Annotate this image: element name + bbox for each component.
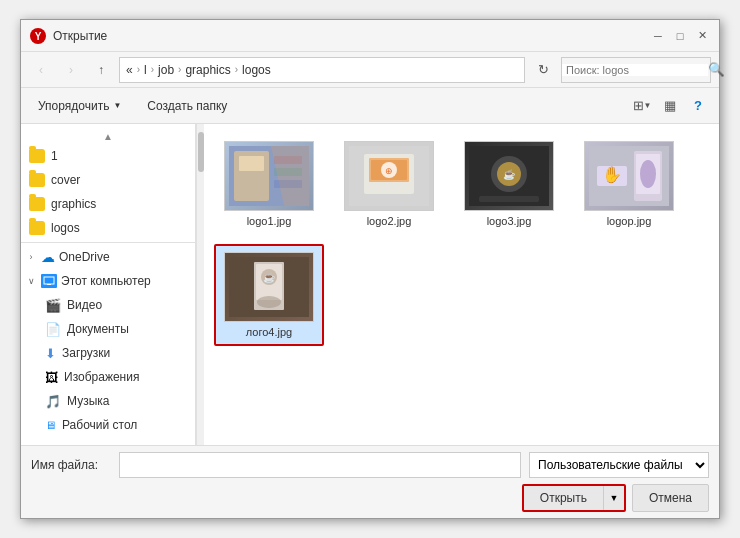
sidebar-item-desktop[interactable]: 🖥 Рабочий стол	[21, 413, 195, 437]
svg-point-25	[640, 160, 656, 188]
up-button[interactable]: ↑	[89, 58, 113, 82]
dialog-window: Y Открытие ─ □ ✕ ‹ › ↑ « › l › job › gra…	[20, 19, 720, 519]
view-dropdown-icon: ▼	[644, 101, 652, 110]
svg-rect-2	[44, 277, 54, 284]
file-item-logop[interactable]: ✋ logop.jpg	[574, 134, 684, 234]
sidebar-item-logos[interactable]: logos	[21, 216, 195, 240]
sidebar-item-downloads[interactable]: ⬇ Загрузки	[21, 341, 195, 365]
folder-icon	[29, 173, 45, 187]
sidebar-item-1[interactable]: 1	[21, 144, 195, 168]
view-buttons: ⊞ ▼ ▦ ?	[629, 93, 711, 119]
forward-button[interactable]: ›	[59, 58, 83, 82]
file-name-logo4: лого4.jpg	[246, 326, 292, 338]
folder-icon	[29, 221, 45, 235]
sidebar-item-this-pc[interactable]: ∨ Этот компьютер	[21, 269, 195, 293]
organize-dropdown-icon: ▼	[113, 101, 121, 110]
file-item-logo4[interactable]: ☕ лого4.jpg	[214, 244, 324, 346]
back-button[interactable]: ‹	[29, 58, 53, 82]
file-item-logo2[interactable]: ⊕ logo2.jpg	[334, 134, 444, 234]
filetype-select[interactable]: Пользовательские файлы	[529, 452, 709, 478]
sidebar-item-onedrive[interactable]: › ☁ OneDrive	[21, 245, 195, 269]
divider	[21, 242, 195, 243]
breadcrumb-job[interactable]: job	[158, 63, 174, 77]
sidebar-item-graphics[interactable]: graphics	[21, 192, 195, 216]
thumb-logo1	[225, 142, 313, 210]
sidebar-item-music[interactable]: 🎵 Музыка	[21, 389, 195, 413]
actions-row: Открыть ▼ Отмена	[31, 484, 709, 512]
svg-rect-21	[479, 196, 539, 202]
svg-text:☕: ☕	[263, 271, 276, 284]
sidebar-item-cover[interactable]: cover	[21, 168, 195, 192]
svg-text:⊕: ⊕	[385, 166, 393, 176]
action-bar: Упорядочить ▼ Создать папку ⊞ ▼ ▦ ?	[21, 88, 719, 124]
open-button[interactable]: Открыть	[524, 486, 604, 510]
main-content: ▲ 1 cover graphics logos › ☁	[21, 124, 719, 445]
video-icon: 🎬	[45, 298, 61, 313]
thumb-logop: ✋	[585, 142, 673, 210]
open-button-group: Открыть ▼	[522, 484, 626, 512]
file-thumbnail-logo1	[224, 141, 314, 211]
sidebar-item-docs[interactable]: 📄 Документы	[21, 317, 195, 341]
svg-text:✋: ✋	[602, 165, 622, 184]
scroll-up[interactable]: ▲	[21, 128, 195, 144]
file-item-logo1[interactable]: logo1.jpg	[214, 134, 324, 234]
search-box: 🔍	[561, 57, 711, 83]
music-icon: 🎵	[45, 394, 61, 409]
folder-icon	[29, 149, 45, 163]
expand-icon: ∨	[25, 275, 37, 287]
file-thumbnail-logo2: ⊕	[344, 141, 434, 211]
scroll-thumb	[198, 132, 204, 172]
open-dropdown-button[interactable]: ▼	[604, 486, 624, 510]
file-item-logo3[interactable]: ☕ logo3.jpg	[454, 134, 564, 234]
close-button[interactable]: ✕	[693, 27, 711, 45]
svg-rect-3	[47, 284, 51, 285]
new-folder-button[interactable]: Создать папку	[138, 93, 236, 119]
thumb-logo2: ⊕	[345, 142, 433, 210]
svg-text:☕: ☕	[503, 168, 516, 181]
thumb-logo4: ☕	[225, 253, 313, 321]
sidebar: ▲ 1 cover graphics logos › ☁	[21, 124, 196, 445]
window-controls: ─ □ ✕	[649, 27, 711, 45]
breadcrumb-logos[interactable]: logos	[242, 63, 271, 77]
file-name-logop: logop.jpg	[607, 215, 652, 227]
breadcrumb-nav: «	[126, 63, 133, 77]
file-thumbnail-logop: ✋	[584, 141, 674, 211]
maximize-button[interactable]: □	[671, 27, 689, 45]
address-bar[interactable]: « › l › job › graphics › logos	[119, 57, 525, 83]
svg-rect-8	[274, 156, 302, 164]
svg-rect-6	[239, 156, 264, 171]
sidebar-item-video[interactable]: 🎬 Видео	[21, 293, 195, 317]
filename-label: Имя файла:	[31, 458, 111, 472]
help-button[interactable]: ?	[685, 93, 711, 119]
cancel-button[interactable]: Отмена	[632, 484, 709, 512]
filename-input[interactable]	[119, 452, 521, 478]
images-icon: 🖼	[45, 370, 58, 385]
sidebar-scrollbar[interactable]	[196, 124, 204, 445]
svg-text:Y: Y	[35, 31, 42, 42]
breadcrumb-graphics[interactable]: graphics	[185, 63, 230, 77]
file-name-logo3: logo3.jpg	[487, 215, 532, 227]
file-list: logo1.jpg ⊕ log	[204, 124, 719, 445]
view-toggle-button[interactable]: ⊞ ▼	[629, 93, 655, 119]
pane-button[interactable]: ▦	[657, 93, 683, 119]
svg-rect-10	[274, 180, 302, 188]
search-input[interactable]	[562, 64, 708, 76]
refresh-button[interactable]: ↻	[531, 58, 555, 82]
file-thumbnail-logo4: ☕	[224, 252, 314, 322]
bottom-bar: Имя файла: Пользовательские файлы Открыт…	[21, 445, 719, 518]
title-bar: Y Открытие ─ □ ✕	[21, 20, 719, 52]
file-name-logo1: logo1.jpg	[247, 215, 292, 227]
breadcrumb-l[interactable]: l	[144, 63, 147, 77]
pc-icon	[41, 274, 57, 288]
navigation-toolbar: ‹ › ↑ « › l › job › graphics › logos ↻ 🔍	[21, 52, 719, 88]
search-button[interactable]: 🔍	[708, 58, 725, 82]
download-icon: ⬇	[45, 346, 56, 361]
docs-icon: 📄	[45, 322, 61, 337]
cloud-icon: ☁	[41, 249, 55, 265]
desktop-icon: 🖥	[45, 419, 56, 431]
breadcrumb: « › l › job › graphics › logos	[126, 63, 271, 77]
thumb-logo3: ☕	[465, 142, 553, 210]
organize-button[interactable]: Упорядочить ▼	[29, 93, 130, 119]
minimize-button[interactable]: ─	[649, 27, 667, 45]
sidebar-item-images[interactable]: 🖼 Изображения	[21, 365, 195, 389]
